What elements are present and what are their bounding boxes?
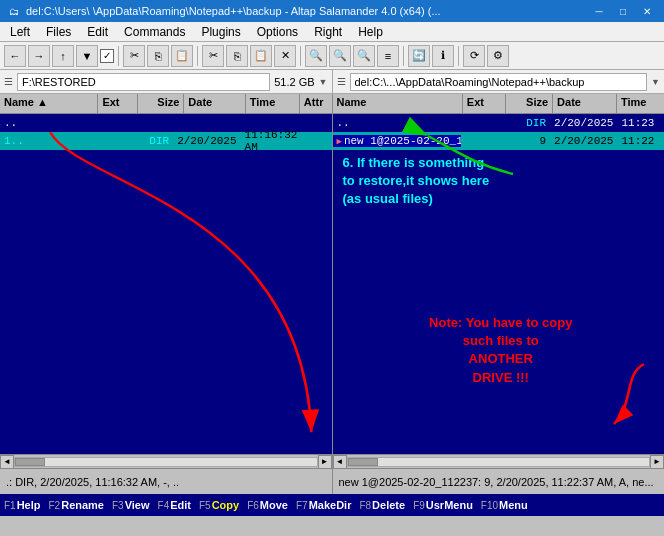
fkey-f1-label: Help — [17, 499, 41, 511]
menu-files[interactable]: Files — [38, 23, 79, 41]
fkey-f10[interactable]: F10 Menu — [477, 494, 532, 516]
sync-button[interactable]: ⟳ — [463, 45, 485, 67]
left-col-name[interactable]: Name ▲ — [0, 94, 98, 113]
scroll-track[interactable] — [347, 457, 651, 467]
table-row[interactable]: 1.. DIR 2/20/2025 11:16:32 AM — [0, 132, 332, 150]
separator-5 — [458, 46, 459, 66]
forward-button[interactable]: → — [28, 45, 50, 67]
menu-options[interactable]: Options — [249, 23, 306, 41]
copy2-button[interactable]: ⎘ — [226, 45, 248, 67]
close-button[interactable]: ✕ — [636, 3, 658, 19]
copy-button[interactable]: ⎘ — [147, 45, 169, 67]
red-arrow-overlay — [0, 114, 332, 454]
right-col-date[interactable]: Date — [553, 94, 617, 113]
menu-help[interactable]: Help — [350, 23, 391, 41]
cut2-button[interactable]: ✂ — [202, 45, 224, 67]
search2-button[interactable]: 🔍 — [329, 45, 351, 67]
status-bar: .: DIR, 2/20/2025, 11:16:32 AM, -, .. ne… — [0, 468, 664, 494]
scroll-left-arrow[interactable]: ◄ — [0, 455, 14, 469]
fkey-f9-num: F9 — [413, 500, 425, 511]
left-panel-content: .. 1.. DIR 2/20/2025 11:16:32 AM — [0, 114, 332, 454]
search3-button[interactable]: 🔍 — [353, 45, 375, 67]
minimize-button[interactable]: ─ — [588, 3, 610, 19]
separator-3 — [300, 46, 301, 66]
left-col-date[interactable]: Date — [184, 94, 245, 113]
left-col-time[interactable]: Time — [246, 94, 300, 113]
right-panel-scrollbar[interactable]: ◄ ► — [333, 454, 665, 468]
scroll-thumb[interactable] — [15, 458, 45, 466]
maximize-button[interactable]: □ — [612, 3, 634, 19]
scroll-left-arrow[interactable]: ◄ — [333, 455, 347, 469]
table-row[interactable]: .. DIR 2/20/2025 11:23 — [333, 114, 665, 132]
menu-edit[interactable]: Edit — [79, 23, 116, 41]
fkey-f9[interactable]: F9 UsrMenu — [409, 494, 477, 516]
config-button[interactable]: ⚙ — [487, 45, 509, 67]
fkey-f8-label: Delete — [372, 499, 405, 511]
dropdown-button[interactable]: ▼ — [76, 45, 98, 67]
fkey-f7-num: F7 — [296, 500, 308, 511]
right-col-name[interactable]: Name — [333, 94, 463, 113]
right-panel: Name Ext Size Date Time .. DIR 2/20/2025… — [333, 94, 665, 468]
menu-commands[interactable]: Commands — [116, 23, 193, 41]
fkey-f4-label: Edit — [170, 499, 191, 511]
fkey-f10-num: F10 — [481, 500, 498, 511]
right-panel-content: .. DIR 2/20/2025 11:23 ▶new 1@2025-02-20… — [333, 114, 665, 454]
file-size: DIR — [129, 135, 173, 147]
window-title: del:C:\Users\ \AppData\Roaming\Notepad++… — [26, 5, 588, 17]
menu-left[interactable]: Left — [2, 23, 38, 41]
fkey-f7[interactable]: F7 MakeDir — [292, 494, 355, 516]
cut-button[interactable]: ✂ — [123, 45, 145, 67]
info-button[interactable]: ℹ — [432, 45, 454, 67]
search-button[interactable]: 🔍 — [305, 45, 327, 67]
fkey-f6[interactable]: F6 Move — [243, 494, 292, 516]
right-col-time[interactable]: Time — [617, 94, 664, 113]
file-date: 2/20/2025 — [173, 135, 240, 147]
table-row[interactable]: ▶new 1@2025-02-20_112237 9 2/20/2025 11:… — [333, 132, 665, 150]
app-icon: 🗂 — [6, 3, 22, 19]
right-col-size[interactable]: Size — [506, 94, 553, 113]
menu-plugins[interactable]: Plugins — [193, 23, 248, 41]
file-time: 11:16:32 AM — [241, 129, 302, 153]
fkey-f3[interactable]: F3 View — [108, 494, 154, 516]
paste2-button[interactable]: 📋 — [250, 45, 272, 67]
fkey-f1[interactable]: F1 Help — [0, 494, 45, 516]
fkey-f5[interactable]: F5 Copy — [195, 494, 243, 516]
scroll-right-arrow[interactable]: ► — [650, 455, 664, 469]
file-date: 2/20/2025 — [550, 135, 617, 147]
left-col-attr[interactable]: Attr — [300, 94, 332, 113]
fkey-f6-label: Move — [260, 499, 288, 511]
file-name: .. — [333, 117, 462, 129]
fkey-f4[interactable]: F4 Edit — [154, 494, 195, 516]
left-panel: Name ▲ Ext Size Date Time Attr .. 1.. DI… — [0, 94, 333, 468]
scroll-thumb[interactable] — [348, 458, 378, 466]
fkey-f2-label: Rename — [61, 499, 104, 511]
paste-button[interactable]: 📋 — [171, 45, 193, 67]
back-button[interactable]: ← — [4, 45, 26, 67]
right-col-ext[interactable]: Ext — [463, 94, 506, 113]
fkey-f8[interactable]: F8 Delete — [355, 494, 409, 516]
scroll-right-arrow[interactable]: ► — [318, 455, 332, 469]
delete-button[interactable]: ✕ — [274, 45, 296, 67]
right-address-input[interactable] — [350, 73, 648, 91]
filter-checkbox[interactable]: ✓ — [100, 49, 114, 63]
fkey-f3-num: F3 — [112, 500, 124, 511]
left-addr-dropdown[interactable]: ▼ — [319, 77, 328, 87]
fkey-f2[interactable]: F2 Rename — [45, 494, 108, 516]
menu-icon[interactable]: ≡ — [377, 45, 399, 67]
left-col-size[interactable]: Size — [138, 94, 185, 113]
fkey-f10-label: Menu — [499, 499, 528, 511]
right-addr-dropdown[interactable]: ▼ — [651, 77, 660, 87]
fkey-f3-label: View — [125, 499, 150, 511]
fkey-f2-num: F2 — [49, 500, 61, 511]
separator-1 — [118, 46, 119, 66]
file-time: 11:22 — [617, 135, 664, 147]
scroll-track[interactable] — [14, 457, 318, 467]
fkey-f9-label: UsrMenu — [426, 499, 473, 511]
menu-right[interactable]: Right — [306, 23, 350, 41]
fkey-f5-num: F5 — [199, 500, 211, 511]
left-address-input[interactable] — [17, 73, 270, 91]
refresh-button[interactable]: 🔄 — [408, 45, 430, 67]
left-panel-scrollbar[interactable]: ◄ ► — [0, 454, 332, 468]
left-col-ext[interactable]: Ext — [98, 94, 137, 113]
up-button[interactable]: ↑ — [52, 45, 74, 67]
